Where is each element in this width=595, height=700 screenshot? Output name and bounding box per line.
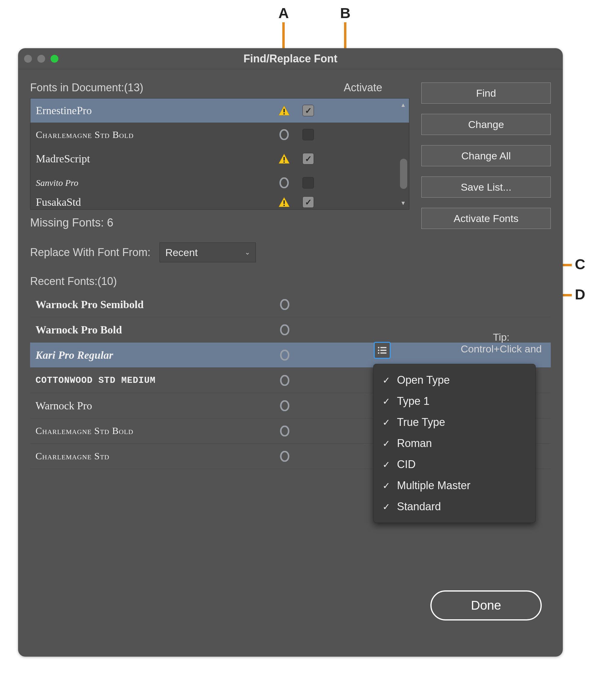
font-name: Warnock Pro Bold [35,323,276,336]
scrollbar-thumb[interactable] [400,159,407,189]
svg-point-11 [281,300,289,309]
opentype-icon [279,299,290,310]
scroll-up-arrow-icon[interactable]: ▴ [399,101,407,109]
replace-with-row: Replace With Font From: Recent ⌄ [30,242,409,262]
svg-rect-2 [284,113,285,114]
window-minimize-button[interactable] [37,55,45,63]
fonts-in-document-list[interactable]: ErnestinePro Charlemagne Std Bold [30,98,409,210]
activate-checkbox[interactable] [303,129,314,140]
titlebar: Find/Replace Font [18,48,563,69]
svg-point-13 [281,350,289,360]
check-icon: ✓ [382,502,392,512]
svg-point-18 [378,347,379,349]
opentype-icon [279,426,290,436]
action-buttons-column: Find Change Change All Save List... Acti… [421,81,551,262]
font-name: Charlemagne Std Bold [36,129,274,140]
recent-font-row[interactable]: Warnock Pro Semibold [30,292,551,317]
svg-point-16 [281,426,289,436]
font-row[interactable]: Charlemagne Std Bold [30,123,409,147]
filter-menu-label: True Type [397,416,445,429]
filter-menu-item[interactable]: ✓Type 1 [373,391,535,412]
list-filter-icon [377,346,387,354]
font-type-filter-button[interactable] [374,342,391,359]
callout-letter-a: A [278,5,289,21]
tip-label: Tip: [461,331,542,343]
font-row[interactable]: ErnestinePro [30,99,409,123]
check-icon: ✓ [382,417,392,428]
svg-point-3 [280,130,288,139]
window-close-button[interactable] [24,55,32,63]
svg-point-14 [281,376,289,385]
filter-menu-item[interactable]: ✓Roman [373,433,535,454]
svg-point-7 [280,178,288,188]
svg-rect-6 [284,161,285,163]
svg-point-20 [378,350,379,351]
fonts-in-document-label: Fonts in Document:(13) [30,81,143,94]
filter-menu-label: Multiple Master [397,479,471,492]
font-name: Sanvito Pro [36,178,274,188]
activate-checkbox[interactable] [303,153,314,164]
filter-menu-label: Open Type [397,374,450,386]
chevron-down-icon: ⌄ [245,248,250,256]
filter-menu-label: Type 1 [397,395,429,407]
window-zoom-button[interactable] [51,55,58,63]
filter-menu-label: Roman [397,437,432,450]
svg-point-15 [281,401,289,410]
font-name: FusakaStd [36,196,274,209]
tip-line: Control+Click and [461,343,542,355]
svg-rect-23 [380,352,387,354]
replace-source-dropdown[interactable]: Recent ⌄ [160,242,256,262]
font-name: Warnock Pro [35,399,276,412]
done-button[interactable]: Done [430,590,542,620]
svg-point-17 [281,452,289,461]
font-row[interactable]: MadreScript [30,147,409,171]
filter-menu-item[interactable]: ✓Standard [373,496,535,517]
opentype-icon [279,350,290,360]
filter-menu-item[interactable]: ✓CID [373,454,535,475]
window-controls [24,55,58,63]
filter-menu-item[interactable]: ✓Open Type [373,370,535,391]
missing-fonts-label: Missing Fonts: 6 [30,216,409,229]
top-area: Fonts in Document:(13) Activate Ernestin… [30,81,551,262]
filter-menu-item[interactable]: ✓Multiple Master [373,475,535,496]
font-name: COTTONWOOD STD MEDIUM [35,375,276,385]
font-name: MadreScript [36,153,274,165]
dialog-content: Fonts in Document:(13) Activate Ernestin… [18,69,563,656]
callout-letter-b: B [340,5,350,21]
activate-checkbox[interactable] [303,196,314,208]
activate-checkbox[interactable] [303,105,314,116]
activate-checkbox[interactable] [303,177,314,189]
svg-rect-21 [380,350,387,351]
font-name: Kari Pro Regular [35,349,276,361]
callout-letter-c: C [575,256,585,273]
find-button[interactable]: Find [421,83,551,104]
opentype-icon [279,375,290,386]
svg-rect-10 [284,205,285,206]
activate-fonts-button[interactable]: Activate Fonts [421,208,551,229]
font-name: Charlemagne Std Bold [35,425,276,436]
check-icon: ✓ [382,438,392,449]
filter-menu-item[interactable]: ✓True Type [373,412,535,433]
change-button[interactable]: Change [421,114,551,135]
font-name: Warnock Pro Semibold [35,298,276,311]
save-list-button[interactable]: Save List... [421,177,551,197]
svg-rect-5 [284,157,285,161]
recent-fonts-label: Recent Fonts:(10) [30,275,551,288]
svg-rect-19 [380,347,387,348]
font-row[interactable]: FusakaStd [30,195,409,209]
opentype-icon [274,129,295,140]
check-icon: ✓ [382,375,392,385]
check-icon: ✓ [382,480,392,491]
font-type-filter-menu: ✓Open Type ✓Type 1 ✓True Type ✓Roman ✓CI… [373,364,536,523]
fonts-in-document-block: Fonts in Document:(13) Activate Ernestin… [30,81,409,262]
missing-font-warning-icon [274,106,295,115]
font-row[interactable]: Sanvito Pro [30,171,409,195]
change-all-button[interactable]: Change All [421,145,551,166]
opentype-icon [279,451,290,462]
replace-with-label: Replace With Font From: [30,246,150,259]
activate-column-header: Activate [344,81,382,94]
find-replace-font-dialog: Find/Replace Font Fonts in Document:(13)… [18,48,563,656]
dialog-title: Find/Replace Font [18,52,563,65]
scroll-down-arrow-icon[interactable]: ▾ [399,199,407,207]
missing-font-warning-icon [274,154,295,164]
